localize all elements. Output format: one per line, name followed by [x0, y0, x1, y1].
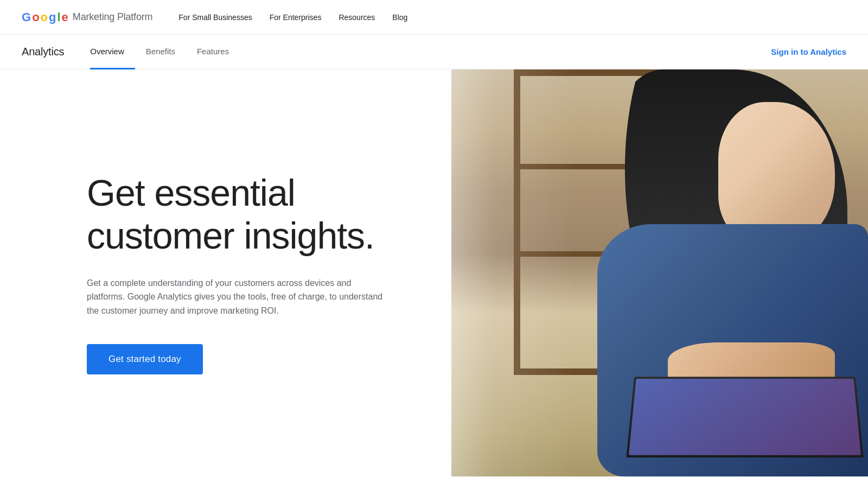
sub-nav-features[interactable]: Features: [186, 35, 240, 69]
sub-nav-links: Overview Benefits Features: [90, 35, 771, 69]
google-logo: Google: [22, 10, 68, 24]
hero-description: Get a complete understanding of your cus…: [87, 276, 391, 318]
top-navigation: Google Marketing Platform For Small Busi…: [0, 0, 868, 35]
get-started-button[interactable]: Get started today: [87, 344, 203, 374]
google-letter-l: l: [57, 10, 60, 24]
sign-in-link[interactable]: Sign in to Analytics: [771, 47, 846, 56]
google-letter-o1: o: [32, 10, 39, 24]
logo-area: Google Marketing Platform: [22, 10, 152, 24]
google-letter-g2: g: [49, 10, 56, 24]
analytics-brand-label: Analytics: [22, 46, 64, 58]
hero-section: Get essential customer insights. Get a c…: [0, 69, 868, 476]
sub-nav-benefits[interactable]: Benefits: [135, 35, 186, 69]
brand-name: Marketing Platform: [73, 11, 152, 23]
nav-link-enterprises[interactable]: For Enterprises: [270, 13, 322, 22]
google-letter-e: e: [62, 10, 68, 24]
image-overlay: [451, 69, 868, 476]
hero-title: Get essential customer insights.: [87, 171, 408, 256]
nav-link-resources[interactable]: Resources: [339, 13, 375, 22]
top-nav-links: For Small Businesses For Enterprises Res…: [178, 13, 846, 22]
nav-link-small-businesses[interactable]: For Small Businesses: [178, 13, 252, 22]
hero-image: [451, 69, 868, 476]
sub-nav-overview[interactable]: Overview: [90, 35, 135, 69]
google-letter-g: G: [22, 10, 31, 24]
hero-content: Get essential customer insights. Get a c…: [0, 69, 451, 476]
nav-link-blog[interactable]: Blog: [392, 13, 407, 22]
google-letter-o2: o: [41, 10, 48, 24]
sub-navigation: Analytics Overview Benefits Features Sig…: [0, 35, 868, 69]
